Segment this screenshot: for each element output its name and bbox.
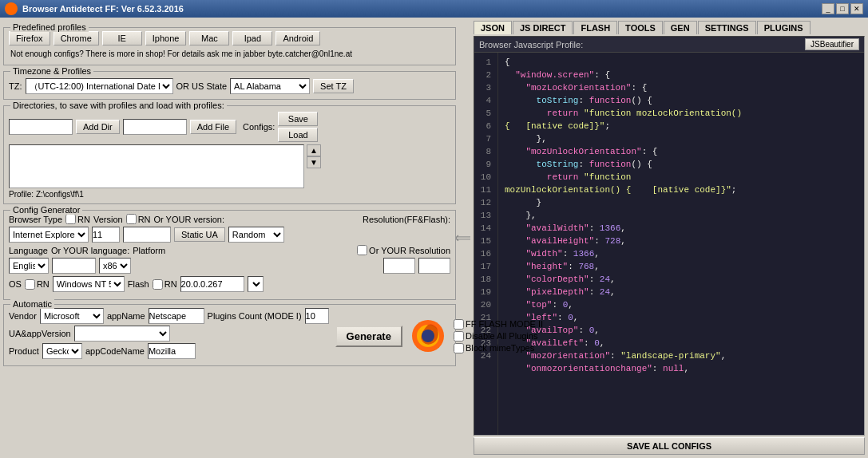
mac-button[interactable]: Mac	[189, 31, 229, 45]
browser-rn-checkbox[interactable]	[65, 214, 76, 224]
resolution-select[interactable]: Random	[228, 227, 284, 243]
android-button[interactable]: Android	[275, 31, 320, 45]
config-generator-group: Config Generator Browser Type RN Version…	[3, 210, 456, 300]
dir-input[interactable]	[9, 119, 73, 135]
ff-flash-mode-label: FF FLASH MODE II	[454, 319, 543, 330]
plugins-count-label: Plugins Count (MODE I)	[208, 311, 302, 321]
flash-select[interactable]	[248, 276, 264, 292]
tab-bar: JSON JS DIRECT FLASH TOOLS GEN SETTINGS …	[474, 21, 865, 34]
left-panel: Predefined profiles Firefox Chrome IE Ip…	[0, 18, 459, 458]
svg-point-2	[422, 330, 434, 342]
or-your-resolution-label: Or YOUR Resolution	[357, 245, 450, 255]
divider-handle[interactable]: ⟺	[459, 18, 470, 458]
flash-label: Flash	[128, 279, 149, 289]
config-row-5: OS RN Windows NT 5.1 Flash RN	[9, 276, 450, 292]
set-tz-button[interactable]: Set TZ	[313, 79, 354, 93]
file-input[interactable]	[123, 119, 187, 135]
platform-select[interactable]: x86	[99, 258, 131, 274]
line-numbers: 1 2 3 4 5 6 7 8 9 10 11 12 13 14 15 16 1	[474, 53, 498, 435]
os-label: OS	[9, 279, 22, 289]
resolution-label: Resolution(FF&Flash):	[363, 215, 450, 224]
right-panel: JSON JS DIRECT FLASH TOOLS GEN SETTINGS …	[470, 18, 868, 458]
automatic-left: Vendor Microsoft appName Plugins Count (…	[9, 308, 329, 361]
your-version-input[interactable]	[123, 227, 171, 243]
tab-settings[interactable]: SETTINGS	[698, 21, 756, 34]
load-button[interactable]: Load	[278, 128, 318, 142]
os-rn-checkbox[interactable]	[25, 279, 35, 290]
flash-rn-checkbox[interactable]	[153, 279, 163, 290]
timezone-profiles-group: Timezone & Profiles TZ: （UTC-12:00) Inte…	[3, 71, 456, 100]
your-res-input-w[interactable]	[383, 258, 415, 274]
profile-list[interactable]	[9, 144, 304, 188]
appcodename-input[interactable]	[148, 343, 196, 359]
ipad-button[interactable]: Ipad	[232, 31, 272, 45]
title-controls: _ □ ✕	[822, 3, 863, 14]
firefox-logo	[409, 317, 447, 355]
automatic-title: Automatic	[10, 299, 54, 309]
tab-js-direct[interactable]: JS DIRECT	[513, 21, 573, 34]
version-rn-checkbox[interactable]	[126, 214, 137, 224]
directories-title: Directories, to save with profiles and l…	[10, 101, 227, 110]
tz-select[interactable]: （UTC-12:00) International Date Line West	[26, 78, 173, 94]
your-version-label: Or YOUR version:	[154, 215, 224, 224]
config-row-4: English x86	[9, 258, 450, 274]
flash-version-input[interactable]	[180, 276, 244, 292]
add-file-button[interactable]: Add File	[190, 120, 236, 134]
state-select[interactable]: AL Alabama	[230, 78, 310, 94]
browser-select[interactable]: Internet Explorer	[9, 227, 89, 243]
block-mimetypes-label: Block mimeTypes	[454, 343, 543, 353]
tab-gen[interactable]: GEN	[664, 21, 697, 34]
tz-row: TZ: （UTC-12:00) International Date Line …	[9, 78, 450, 94]
minimize-button[interactable]: _	[822, 3, 834, 14]
close-button[interactable]: ✕	[850, 3, 863, 14]
scroll-down-button[interactable]: ▼	[307, 156, 321, 168]
static-ua-button[interactable]: Static UA	[174, 227, 225, 242]
flash-rn-label: RN	[153, 279, 177, 290]
block-mimetypes-checkbox[interactable]	[454, 343, 464, 353]
config-row-2: Internet Explorer Static UA Random	[9, 227, 450, 243]
tab-flash[interactable]: FLASH	[573, 21, 617, 34]
chrome-button[interactable]: Chrome	[54, 31, 99, 45]
language-select[interactable]: English	[9, 258, 49, 274]
plugins-count-input[interactable]	[305, 308, 329, 324]
appname-label: appName	[107, 311, 145, 321]
maximize-button[interactable]: □	[836, 3, 849, 14]
browser-rn-label: RN	[65, 214, 90, 224]
firefox-button[interactable]: Firefox	[9, 31, 50, 45]
tz-label: TZ:	[9, 81, 22, 91]
os-rn-label: RN	[25, 279, 50, 290]
save-button[interactable]: Save	[278, 112, 318, 126]
tab-tools[interactable]: TOOLS	[618, 21, 663, 34]
your-res-input-h[interactable]	[418, 258, 450, 274]
os-select[interactable]: Windows NT 5.1	[53, 276, 125, 292]
disable-plugins-checkbox[interactable]	[454, 331, 464, 342]
product-select[interactable]: Gecko	[42, 343, 82, 359]
code-panel: Browser Javascript Profile: JSBeautifier…	[474, 36, 865, 436]
ff-flash-mode-checkbox[interactable]	[454, 319, 464, 330]
ie-button[interactable]: IE	[102, 31, 142, 45]
auto-row-1: Vendor Microsoft appName Plugins Count (…	[9, 308, 329, 324]
browser-type-label: Browser Type	[9, 215, 62, 224]
iphone-button[interactable]: Iphone	[145, 31, 187, 45]
scroll-up-button[interactable]: ▲	[307, 144, 321, 156]
generate-button[interactable]: Generate	[335, 326, 402, 347]
or-your-resolution-checkbox[interactable]	[357, 245, 367, 255]
auto-row-3: Product Gecko appCodeName	[9, 343, 329, 359]
dirs-row: Add Dir Add File Configs: Save Load	[9, 112, 450, 142]
timezone-profiles-title: Timezone & Profiles	[10, 66, 93, 76]
right-checkboxes: FF FLASH MODE II Disable All Plugins Blo…	[454, 319, 543, 353]
appname-input[interactable]	[149, 308, 204, 324]
version-input[interactable]	[92, 227, 120, 243]
title-text: Browser Antidetect FF: Ver 6.52.3.2016	[22, 4, 184, 14]
vendor-select[interactable]: Microsoft	[40, 308, 104, 324]
ua-appversion-select[interactable]	[74, 326, 170, 342]
add-dir-button[interactable]: Add Dir	[76, 120, 120, 134]
save-all-button[interactable]: SAVE ALL CONFIGS	[474, 437, 865, 455]
automatic-group: Automatic Vendor Microsoft appName Plugi…	[3, 304, 456, 366]
code-content[interactable]: 1 2 3 4 5 6 7 8 9 10 11 12 13 14 15 16 1	[474, 53, 864, 435]
profile-area: ▲ ▼ Profile: Z:\configs\ff\1	[9, 144, 450, 199]
jsbeautifier-button[interactable]: JSBeautifier	[805, 38, 859, 50]
tab-json[interactable]: JSON	[474, 21, 512, 34]
tab-plugins[interactable]: PLUGINS	[757, 21, 811, 34]
your-lang-input[interactable]	[52, 258, 96, 274]
